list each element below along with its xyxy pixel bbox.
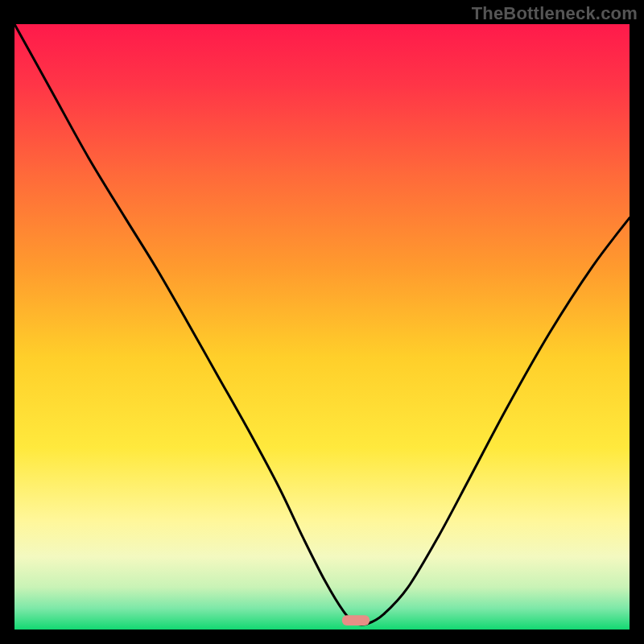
watermark-label: TheBottleneck.com — [472, 3, 638, 24]
optimum-marker — [342, 615, 369, 625]
chart-frame: TheBottleneck.com — [0, 0, 644, 644]
bottleneck-curve-chart — [0, 0, 644, 644]
plot-background — [14, 24, 630, 630]
